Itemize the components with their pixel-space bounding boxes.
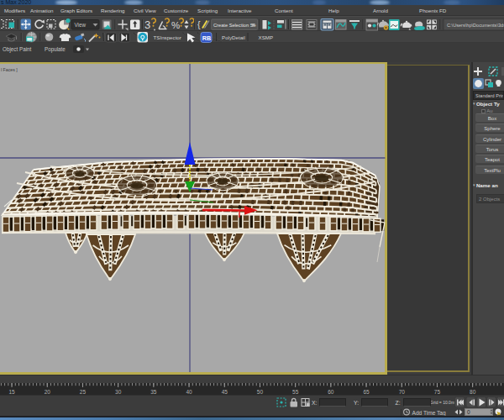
svg-text:Z:: Z: [396, 400, 401, 406]
svg-text:30: 30 [115, 389, 122, 395]
svg-text:60: 60 [328, 389, 334, 395]
svg-text:55: 55 [292, 389, 299, 395]
svg-text:75: 75 [434, 389, 441, 395]
svg-text:0: 0 [467, 409, 470, 415]
svg-text:X:: X: [312, 400, 318, 406]
svg-text:20: 20 [45, 389, 51, 395]
svg-text:Y:: Y: [354, 400, 359, 406]
svg-text:80: 80 [470, 389, 476, 395]
svg-text:35: 35 [150, 389, 157, 395]
svg-text:15: 15 [8, 389, 15, 395]
svg-text:45: 45 [222, 389, 228, 395]
svg-text:70: 70 [399, 389, 406, 395]
svg-text:50: 50 [257, 389, 264, 395]
svg-text:65: 65 [363, 389, 370, 395]
svg-text:40: 40 [186, 389, 192, 395]
svg-text:Grid = 10.0m: Grid = 10.0m [430, 400, 454, 405]
svg-text:25: 25 [80, 389, 87, 395]
